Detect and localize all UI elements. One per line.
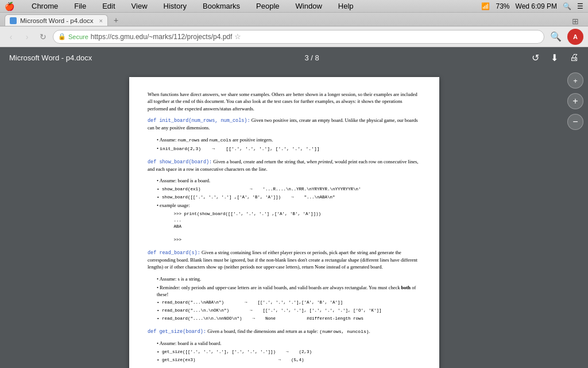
bookmark-star-icon[interactable]: ☆ — [234, 32, 241, 41]
zoom-fit-button[interactable]: + — [567, 72, 583, 89]
tab-close-button[interactable]: × — [99, 17, 103, 24]
tabbar: Microsoft Word - p4.docx × + ⊞ — [0, 13, 588, 26]
menubar-items: 🍎 Chrome File Edit View History Bookmark… — [5, 1, 357, 11]
def-read-board: def read_board(s): — [148, 250, 200, 256]
menubar: 🍎 Chrome File Edit View History Bookmark… — [0, 0, 588, 13]
pdf-download-button[interactable]: ⬇ — [551, 52, 558, 63]
pdf-page-info: 3 / 8 — [304, 53, 319, 62]
section-get-size: def get_size(board): Given a board, find… — [148, 328, 421, 363]
menu-bookmarks[interactable]: Bookmarks — [199, 1, 243, 11]
def-init-board: def init_board(num_rows, num_cols): — [148, 118, 250, 124]
secure-label: Secure — [68, 33, 88, 40]
menu-help[interactable]: Help — [335, 1, 357, 11]
pdf-page: When functions have direct answers, we s… — [129, 77, 439, 368]
browser-tab[interactable]: Microsoft Word - p4.docx × — [5, 14, 108, 26]
battery-status: 73% — [496, 2, 509, 10]
menu-view[interactable]: View — [128, 1, 151, 11]
main-content: When functions have direct answers, we s… — [0, 68, 588, 368]
zoom-in-button[interactable]: + — [567, 93, 583, 109]
pdf-toolbar: Microsoft Word - p4.docx 3 / 8 ↺ ⬇ 🖨 — [0, 47, 588, 68]
reload-button[interactable]: ↻ — [37, 30, 49, 43]
url-text: https://cs.gmu.edu/~marks/112/projects/p… — [91, 33, 232, 41]
lock-icon: 🔒 — [58, 33, 66, 40]
apple-menu[interactable]: 🍎 — [5, 2, 14, 11]
menu-window[interactable]: Window — [292, 1, 326, 11]
pdf-viewer[interactable]: When functions have direct answers, we s… — [0, 68, 588, 368]
addressbar: ‹ › ↻ 🔒 Secure https://cs.gmu.edu/~marks… — [0, 26, 588, 47]
section-show-board: def show_board(board): Given a board, cr… — [148, 158, 421, 243]
tab-title: Microsoft Word - p4.docx — [20, 17, 96, 24]
search-icon[interactable]: 🔍 — [563, 2, 571, 10]
zoom-out-button[interactable]: − — [567, 114, 583, 130]
new-tab-button[interactable]: + — [110, 14, 122, 26]
profile-avatar[interactable]: A — [567, 29, 583, 45]
forward-button[interactable]: › — [21, 30, 33, 43]
menubar-right: 📶 73% Wed 6:09 PM 🔍 ☰ — [481, 2, 583, 10]
address-bar-wrap: 🔒 Secure https://cs.gmu.edu/~marks/112/p… — [53, 30, 544, 44]
search-icon[interactable]: 🔍 — [550, 31, 562, 42]
section-init-board: def init_board(num_rows, num_cols): Give… — [148, 117, 421, 152]
clock: Wed 6:09 PM — [516, 2, 557, 10]
window-control: ⊞ — [572, 17, 579, 26]
section-read-board: def read_board(s): Given a string contai… — [148, 249, 421, 323]
tab-favicon — [10, 17, 17, 24]
address-input[interactable]: 🔒 Secure https://cs.gmu.edu/~marks/112/p… — [53, 30, 544, 44]
pdf-refresh-button[interactable]: ↺ — [532, 52, 539, 63]
menu-history[interactable]: History — [160, 1, 190, 11]
menu-chrome[interactable]: Chrome — [28, 1, 61, 11]
menu-edit[interactable]: Edit — [99, 1, 118, 11]
wifi-icon: 📶 — [481, 2, 490, 10]
menu-file[interactable]: File — [71, 1, 90, 11]
zoom-controls: + + − — [567, 72, 583, 130]
tabbar-right: ⊞ — [572, 17, 583, 26]
pdf-controls: ↺ ⬇ 🖨 — [532, 52, 579, 63]
def-show-board: def show_board(board): — [148, 159, 212, 165]
menu-people[interactable]: People — [253, 1, 283, 11]
pdf-print-button[interactable]: 🖨 — [570, 52, 579, 63]
pdf-intro-text: When functions have direct answers, we s… — [148, 91, 421, 112]
def-get-size: def get_size(board): — [148, 329, 206, 335]
pdf-title: Microsoft Word - p4.docx — [9, 53, 92, 62]
menu-icon[interactable]: ☰ — [577, 2, 583, 10]
back-button[interactable]: ‹ — [5, 30, 17, 43]
